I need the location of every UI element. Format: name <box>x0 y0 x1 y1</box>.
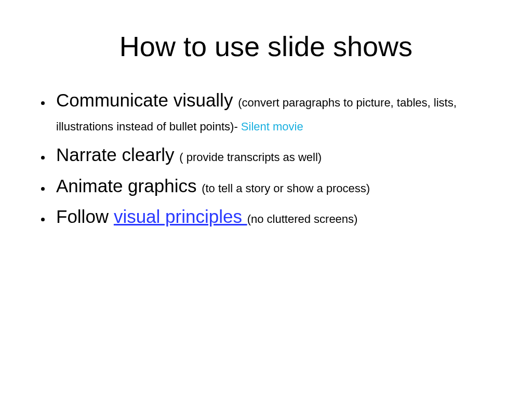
bullet-main-text: Communicate visually <box>56 90 238 110</box>
list-item: Animate graphics (to tell a story or sho… <box>52 174 506 198</box>
bullet-accent-text: Silent movie <box>241 120 303 133</box>
list-item: Communicate visually (convert paragraphs… <box>52 88 506 136</box>
visual-principles-link[interactable]: visual principles <box>114 206 247 227</box>
slide-title: How to use slide shows <box>0 0 532 88</box>
bullet-detail-text: (no cluttered screens) <box>247 212 358 225</box>
slide-content: Communicate visually (convert paragraphs… <box>0 88 532 229</box>
bullet-list: Communicate visually (convert paragraphs… <box>31 88 506 229</box>
bullet-main-text: Narrate clearly <box>56 144 179 165</box>
bullet-detail-text: ( provide transcripts as well) <box>179 151 322 164</box>
bullet-main-text: Follow <box>56 206 114 227</box>
bullet-detail-text: (to tell a story or show a process) <box>202 182 370 195</box>
slide-container: How to use slide shows Communicate visua… <box>0 0 532 399</box>
list-item: Narrate clearly ( provide transcripts as… <box>52 143 506 167</box>
bullet-main-text: Animate graphics <box>56 176 202 196</box>
list-item: Follow visual principles (no cluttered s… <box>52 205 506 229</box>
